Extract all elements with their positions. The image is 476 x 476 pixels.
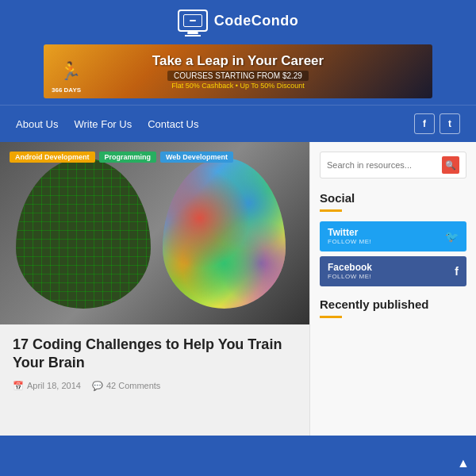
nav-link-write-for-us[interactable]: Write For Us [74,118,132,130]
twitter-btn-name: Twitter [328,227,371,238]
article-title[interactable]: 17 Coding Challenges to Help You Train Y… [13,336,297,373]
nav-twitter-icon[interactable]: t [440,113,460,134]
scroll-top-icon: ▲ [457,456,470,470]
banner-title: Take a Leap in Your Career [152,53,324,69]
article-image: Android Development Programming Web Deve… [0,142,309,324]
facebook-btn-sub: FOLLOW ME! [328,273,372,281]
twitter-btn-sub: FOLLOW ME! [328,238,371,246]
brain-right-creative [163,158,286,309]
scroll-to-top-button[interactable]: ▲ [451,451,476,476]
sidebar: 🔍 Social Twitter FOLLOW ME! 🐦 Facebook F… [309,142,476,436]
calendar-icon: 📅 [13,381,24,391]
nav-social-icons: f t [414,113,460,134]
recently-published-title: Recently published [320,298,466,311]
tag-programming[interactable]: Programming [99,152,157,163]
twitter-btn-icon: 🐦 [445,230,459,243]
brain-left-circuit [16,158,151,309]
article-meta: 📅 April 18, 2014 💬 42 Comments [13,381,297,391]
site-header: CodeCondo 🏃 366 DAYS Take a Leap in Your… [0,0,476,105]
facebook-btn-icon: f [455,265,459,278]
article-comments-text: 42 Comments [106,381,160,390]
comment-icon: 💬 [92,381,103,391]
tag-android-development[interactable]: Android Development [10,152,95,163]
brain-right-swirl [163,158,286,309]
nav-link-about-us[interactable]: About Us [16,118,58,130]
twitter-btn-label: Twitter FOLLOW ME! [328,227,371,246]
recently-published-section: Recently published [320,298,466,318]
article-date-text: April 18, 2014 [27,381,81,390]
search-bar: 🔍 [320,152,466,178]
article-body: 17 Coding Challenges to Help You Train Y… [0,324,309,399]
main-content: Android Development Programming Web Deve… [0,142,476,436]
twitter-follow-button[interactable]: Twitter FOLLOW ME! 🐦 [320,221,466,251]
social-section-underline [320,209,342,212]
facebook-follow-button[interactable]: Facebook FOLLOW ME! f [320,256,466,286]
banner-days: 366 DAYS [52,86,81,94]
logo-area: CodeCondo [178,10,298,32]
social-section-title: Social [320,191,466,205]
brain-circuit-pattern [16,158,151,309]
promo-banner[interactable]: 🏃 366 DAYS Take a Leap in Your Career CO… [44,44,432,98]
nav-bar: About Us Write For Us Contact Us f t [0,105,476,142]
banner-runner-icon: 🏃 [60,61,81,82]
article-tags: Android Development Programming Web Deve… [10,152,233,163]
banner-sub2: Flat 50% Cashback • Up To 50% Discount [171,82,305,90]
nav-link-contact-us[interactable]: Contact Us [148,118,198,130]
search-button[interactable]: 🔍 [442,156,459,174]
logo-screen-inner [190,20,196,21]
article-section: Android Development Programming Web Deve… [0,142,309,436]
article-date: 📅 April 18, 2014 [13,381,81,391]
facebook-btn-name: Facebook [328,262,372,273]
nav-facebook-icon[interactable]: f [414,113,435,134]
banner-subtitle: COURSES STARTING FROM $2.29 [167,71,309,81]
site-logo-text[interactable]: CodeCondo [214,13,298,29]
logo-icon [178,10,208,32]
logo-screen [183,14,202,27]
facebook-btn-label: Facebook FOLLOW ME! [328,262,372,281]
article-comments[interactable]: 💬 42 Comments [92,381,160,391]
recently-published-underline [320,316,342,318]
search-input[interactable] [327,160,442,170]
nav-links: About Us Write For Us Contact Us [16,118,199,130]
tag-web-development[interactable]: Web Development [160,152,233,163]
